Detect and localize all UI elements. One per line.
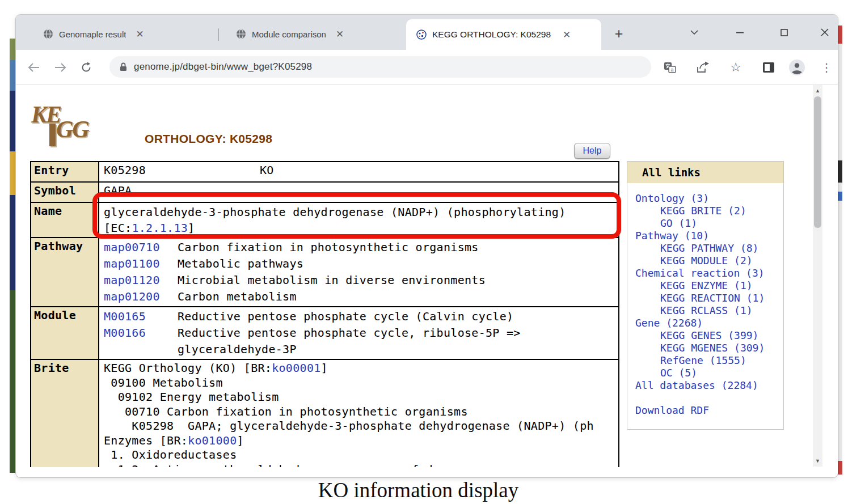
- page-content: KE GG ORTHOLOGY: K05298 Help Entry K0529…: [16, 84, 838, 467]
- row-label: Brite: [31, 360, 99, 467]
- pathway-desc: Carbon metabolism: [178, 290, 297, 303]
- tab-title: KEGG ORTHOLOGY: K05298: [432, 29, 551, 40]
- sidebar-link-go[interactable]: GO (1): [635, 217, 780, 230]
- sidebar-link-gene[interactable]: Gene (2268): [635, 317, 780, 329]
- sidebar-link-ontology[interactable]: Ontology (3): [635, 192, 780, 205]
- row-label: Pathway: [31, 238, 99, 306]
- scroll-up-arrow-icon[interactable]: ▲: [813, 86, 822, 95]
- sidebar-link-pathway[interactable]: Pathway (10): [635, 230, 780, 242]
- help-button[interactable]: Help: [574, 143, 610, 159]
- entry-table: Entry K05298KO Symbol GAPA Name glyceral…: [30, 161, 619, 467]
- download-rdf-link[interactable]: Download RDF: [635, 404, 780, 417]
- close-window-button[interactable]: [813, 23, 836, 42]
- close-icon[interactable]: ✕: [134, 29, 145, 39]
- desktop-edge-right: [838, 26, 842, 475]
- sidebar-body: Ontology (3) KEGG BRITE (2) GO (1) Pathw…: [627, 183, 783, 429]
- lock-icon: [120, 62, 127, 71]
- module-link[interactable]: M00165: [104, 308, 178, 325]
- table-row-entry: Entry K05298KO: [31, 162, 618, 183]
- sidebar-link-oc[interactable]: OC (5): [635, 367, 780, 379]
- search-tabs-chevron-icon[interactable]: [683, 23, 706, 42]
- ec-close: ]: [188, 221, 195, 235]
- maximize-button[interactable]: [773, 23, 795, 42]
- table-row-name: Name glyceraldehyde-3-phosphate dehydrog…: [31, 203, 618, 238]
- sidebar-link-kegg-module[interactable]: KEGG MODULE (2): [635, 255, 780, 267]
- sidebar-link-kegg-rclass[interactable]: KEGG RCLASS (1): [635, 304, 780, 317]
- sidebar-link-chemical-reaction[interactable]: Chemical reaction (3): [635, 267, 780, 279]
- tab-strip: Genomaple result ✕ Module comparison ✕ K…: [16, 15, 838, 50]
- pathway-desc: Metabolic pathways: [178, 257, 303, 270]
- tab-module-comparison[interactable]: Module comparison ✕: [236, 23, 396, 45]
- pathway-desc: Microbial metabolism in diverse environm…: [178, 273, 486, 287]
- tab-kegg-orthology-active[interactable]: KEGG ORTHOLOGY: K05298 ✕: [406, 19, 601, 50]
- side-panel-icon[interactable]: [760, 59, 777, 76]
- scroll-down-arrow-icon[interactable]: ▼: [813, 456, 822, 465]
- sidebar-link-kegg-enzyme[interactable]: KEGG ENZYME (1): [635, 279, 780, 292]
- tab-title: Module comparison: [252, 29, 326, 39]
- pathway-link[interactable]: map01100: [104, 256, 178, 272]
- sidebar-link-kegg-reaction[interactable]: KEGG REACTION (1): [635, 292, 780, 304]
- svg-text:a: a: [670, 67, 673, 73]
- entry-type: KO: [260, 163, 274, 177]
- forward-button[interactable]: [52, 60, 68, 75]
- kegg-logo-bar: [49, 124, 56, 146]
- new-tab-button[interactable]: +: [609, 24, 628, 43]
- sidebar-link-refgene[interactable]: RefGene (1555): [635, 354, 780, 367]
- tab-title: Genomaple result: [59, 29, 126, 39]
- brite-line: KEGG Orthology (KO) [BR:ko00001]: [104, 361, 618, 376]
- globe-icon: [43, 29, 53, 39]
- row-label: Entry: [31, 162, 99, 181]
- pathway-item: map01100Metabolic pathways: [104, 256, 618, 272]
- table-row-module: Module M00165Reductive pentose phosphate…: [31, 307, 618, 360]
- module-desc-wrap: glyceraldehyde-3P: [178, 341, 618, 358]
- brite-link[interactable]: ko00001: [272, 361, 320, 375]
- kegg-logo: KE GG: [31, 105, 95, 149]
- tab-genomaple-result[interactable]: Genomaple result ✕: [43, 23, 213, 45]
- brite-text: Enzymes [BR:: [104, 434, 188, 447]
- brite-text: ]: [237, 434, 243, 447]
- table-row-symbol: Symbol GAPA: [31, 183, 618, 203]
- pathway-link[interactable]: map01200: [104, 289, 178, 305]
- close-icon[interactable]: ✕: [334, 29, 345, 39]
- bookmark-star-icon[interactable]: ☆: [727, 59, 744, 76]
- sidebar-link-all-databases[interactable]: All databases (2284): [635, 379, 780, 392]
- figure-caption: KO information display: [0, 478, 837, 502]
- sidebar-link-kegg-pathway[interactable]: KEGG PATHWAY (8): [635, 242, 780, 255]
- minimize-button[interactable]: [728, 23, 751, 42]
- name-line1: glyceraldehyde-3-phosphate dehydrogenase…: [104, 204, 618, 220]
- sidebar-link-kegg-brite[interactable]: KEGG BRITE (2): [635, 205, 780, 217]
- share-icon[interactable]: [694, 59, 711, 76]
- reload-button[interactable]: [78, 60, 94, 75]
- sidebar-link-kegg-genes[interactable]: KEGG GENES (399): [635, 329, 780, 342]
- ec-link[interactable]: 1.2.1.13: [132, 221, 188, 235]
- module-link[interactable]: M00166: [104, 325, 178, 341]
- kebab-menu-icon[interactable]: ⋮: [818, 59, 835, 76]
- page-scrollbar[interactable]: ▲ ▼: [813, 85, 822, 467]
- figure: Genomaple result ✕ Module comparison ✕ K…: [0, 0, 848, 504]
- row-label: Name: [31, 203, 99, 237]
- address-bar[interactable]: genome.jp/dbget-bin/www_bget?K05298: [109, 56, 651, 78]
- profile-avatar[interactable]: [788, 59, 805, 76]
- pathway-link[interactable]: map00710: [104, 239, 178, 256]
- pathway-link[interactable]: map01120: [104, 272, 178, 289]
- translate-icon[interactable]: a: [661, 59, 678, 76]
- module-item: M00166Reductive pentose phosphate cycle,…: [104, 325, 618, 341]
- url-text: genome.jp/dbget-bin/www_bget?K05298: [134, 61, 312, 73]
- module-item: M00165Reductive pentose phosphate cycle …: [104, 308, 618, 325]
- pathway-item: map01120Microbial metabolism in diverse …: [104, 272, 618, 289]
- sidebar-link-kegg-mgenes[interactable]: KEGG MGENES (309): [635, 342, 780, 354]
- brite-link[interactable]: ko01000: [188, 434, 237, 447]
- scrollbar-thumb[interactable]: [814, 96, 821, 228]
- page-title: ORTHOLOGY: K05298: [145, 132, 272, 146]
- brite-line: K05298 GAPA; glyceraldehyde-3-phosphate …: [104, 419, 618, 434]
- brite-line: 09102 Energy metabolism: [104, 390, 618, 405]
- brite-line: 00710 Carbon fixation in photosynthetic …: [104, 405, 618, 420]
- module-desc: Reductive pentose phosphate cycle, ribul…: [178, 326, 521, 340]
- kegg-logo-text-bottom: GG: [56, 116, 88, 143]
- entry-id: K05298: [104, 163, 260, 177]
- tab-separator: [218, 28, 219, 41]
- brite-line: Enzymes [BR:ko01000]: [104, 434, 618, 448]
- brite-line: 1. Oxidoreductases: [104, 448, 618, 463]
- back-button[interactable]: [26, 60, 42, 75]
- close-icon[interactable]: ✕: [561, 30, 572, 40]
